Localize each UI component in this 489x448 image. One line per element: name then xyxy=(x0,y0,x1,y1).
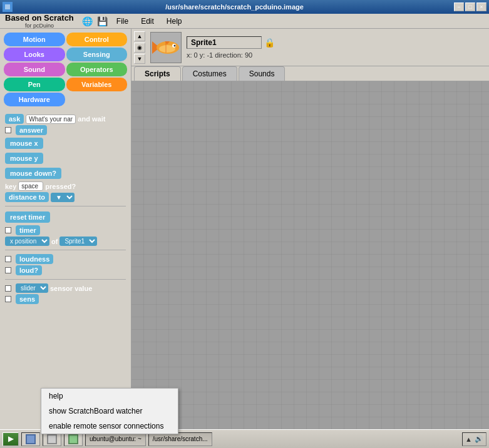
block-mousey-row: mouse y xyxy=(5,151,126,165)
block-keypressed-row: key pressed? xyxy=(5,181,126,191)
cat-sound-btn[interactable]: Sound xyxy=(4,63,65,76)
menu-bar: Based on Scratch for pcDuino 🌐 💾 File Ed… xyxy=(0,14,489,29)
globe-icon[interactable]: 🌐 xyxy=(81,15,94,28)
timer-checkbox[interactable] xyxy=(5,227,11,233)
xposition-dropdown[interactable]: x position xyxy=(5,237,49,246)
sprite-nav-down[interactable]: ▼ xyxy=(134,54,145,64)
taskbar-tray: ▲ 🔊 xyxy=(462,432,486,446)
brand-main: Based on Scratch xyxy=(5,13,74,23)
cat-pen-btn[interactable]: Pen xyxy=(4,78,65,91)
tray-icon-1: ▲ xyxy=(465,435,472,443)
block-timer-row: timer xyxy=(5,225,126,235)
block-ask: ask and wait xyxy=(5,114,126,124)
svg-rect-12 xyxy=(48,435,56,443)
taskbar-icon-1[interactable] xyxy=(21,432,40,446)
xposition-sprite-dropdown[interactable]: Sprite1 xyxy=(59,237,97,246)
key-input[interactable] xyxy=(18,181,43,191)
divider-1 xyxy=(5,206,126,206)
divider-3 xyxy=(5,279,126,280)
resettimer-block[interactable]: reset timer xyxy=(5,211,50,223)
title-bar: /usr/share/scratch/scratch_pcduino.image… xyxy=(0,0,489,14)
block-xpos-row: x position of Sprite1 xyxy=(5,237,126,246)
distanceto-block[interactable]: distance to xyxy=(5,192,49,202)
menu-edit[interactable]: Edit xyxy=(136,16,159,27)
sprite-nav-buttons: ▲ ◉ ▼ xyxy=(134,31,145,64)
tab-scripts[interactable]: Scripts xyxy=(134,66,181,81)
block-loudness-row: loudness xyxy=(5,254,126,264)
blocks-area: ask and wait answer mouse x mouse y mous… xyxy=(0,110,131,429)
fish-svg xyxy=(152,38,180,57)
xpos-of: of xyxy=(51,238,58,245)
block-sens-row: sens xyxy=(5,294,126,304)
tabs-bar: Scripts Costumes Sounds xyxy=(131,66,489,81)
slider-checkbox[interactable] xyxy=(5,285,11,292)
minimize-button[interactable]: − xyxy=(454,3,464,11)
svg-rect-1 xyxy=(5,4,10,9)
loudness-block[interactable]: loudness xyxy=(16,254,53,264)
block-mousex-row: mouse x xyxy=(5,136,126,150)
cat-control-btn[interactable]: Control xyxy=(66,33,128,46)
menu-help[interactable]: Help xyxy=(162,16,187,27)
svg-rect-14 xyxy=(69,435,77,443)
svg-point-6 xyxy=(174,44,176,46)
block-resettimer-row: reset timer xyxy=(5,210,126,224)
loudness-checkbox[interactable] xyxy=(5,256,11,262)
loud-block[interactable]: loud? xyxy=(16,265,42,275)
tab-sounds[interactable]: Sounds xyxy=(239,66,286,81)
menu-file[interactable]: File xyxy=(111,16,133,27)
title-bar-controls: − □ × xyxy=(454,3,486,11)
block-slider-row: slider sensor value xyxy=(5,283,126,293)
block-mousedown-row: mouse down? xyxy=(5,166,126,180)
sprite-name-field: 🔒 xyxy=(187,36,275,49)
context-menu-item-watcher[interactable]: show ScratchBoard watcher xyxy=(41,404,178,419)
cat-hardware-btn[interactable]: Hardware xyxy=(4,93,65,106)
tray-icon-2: 🔊 xyxy=(475,435,483,443)
scripts-area[interactable] xyxy=(131,81,489,429)
lock-icon[interactable]: 🔒 xyxy=(264,38,275,48)
cat-motion-btn[interactable]: Motion xyxy=(4,33,65,46)
brand-sub: for pcDuino xyxy=(25,23,54,29)
cat-sensing-btn[interactable]: Sensing xyxy=(66,48,128,61)
context-menu: help show ScratchBoard watcher enable re… xyxy=(41,388,178,434)
distanceto-dropdown[interactable]: ▼ xyxy=(51,193,75,202)
start-button[interactable]: ▶ xyxy=(3,432,19,446)
slider-dropdown[interactable]: slider xyxy=(16,283,48,293)
context-menu-item-remote[interactable]: enable remote sensor connections xyxy=(41,419,178,434)
window-icon xyxy=(3,2,13,12)
ask-input[interactable] xyxy=(26,115,76,124)
answer-block[interactable]: answer xyxy=(16,125,47,135)
divider-2 xyxy=(5,250,126,250)
left-panel: Motion Control Looks Sensing Sound Opera… xyxy=(0,29,131,429)
sprite-nav-mid[interactable]: ◉ xyxy=(134,43,145,53)
cat-variables-btn[interactable]: Variables xyxy=(66,78,128,91)
key-suffix: pressed? xyxy=(45,183,76,190)
ask-suffix: and wait xyxy=(78,115,105,123)
save-icon[interactable]: 💾 xyxy=(96,15,109,28)
cat-operators-btn[interactable]: Operators xyxy=(66,63,128,76)
sens-checkbox[interactable] xyxy=(5,296,11,302)
close-button[interactable]: × xyxy=(476,3,486,11)
mousedown-block[interactable]: mouse down? xyxy=(5,168,61,179)
sprite-nav-up[interactable]: ▲ xyxy=(134,31,145,41)
loud-checkbox[interactable] xyxy=(5,267,11,273)
mousex-block[interactable]: mouse x xyxy=(5,138,43,149)
sens-block[interactable]: sens xyxy=(16,294,39,304)
cat-looks-btn[interactable]: Looks xyxy=(4,48,65,61)
mousey-block[interactable]: mouse y xyxy=(5,153,43,164)
sprite-name-area: 🔒 x: 0 y: -1 direction: 90 xyxy=(187,36,275,59)
ask-block[interactable]: ask xyxy=(5,114,24,124)
tab-costumes[interactable]: Costumes xyxy=(182,66,237,81)
timer-block[interactable]: timer xyxy=(16,225,40,235)
sprite-thumbnail xyxy=(150,32,182,63)
sprite-name-input[interactable] xyxy=(187,36,262,49)
sensor-value-text: sensor value xyxy=(50,285,92,292)
block-answer-row: answer xyxy=(5,125,126,135)
answer-checkbox[interactable] xyxy=(5,127,11,133)
title-bar-text: /usr/share/scratch/scratch_pcduino.image xyxy=(15,3,454,11)
block-loud-row: loud? xyxy=(5,265,126,275)
app-brand: Based on Scratch for pcDuino xyxy=(5,13,74,29)
block-distanceto-row: distance to ▼ xyxy=(5,192,126,202)
svg-rect-10 xyxy=(27,435,34,443)
maximize-button[interactable]: □ xyxy=(465,3,475,11)
context-menu-item-help[interactable]: help xyxy=(41,389,178,404)
